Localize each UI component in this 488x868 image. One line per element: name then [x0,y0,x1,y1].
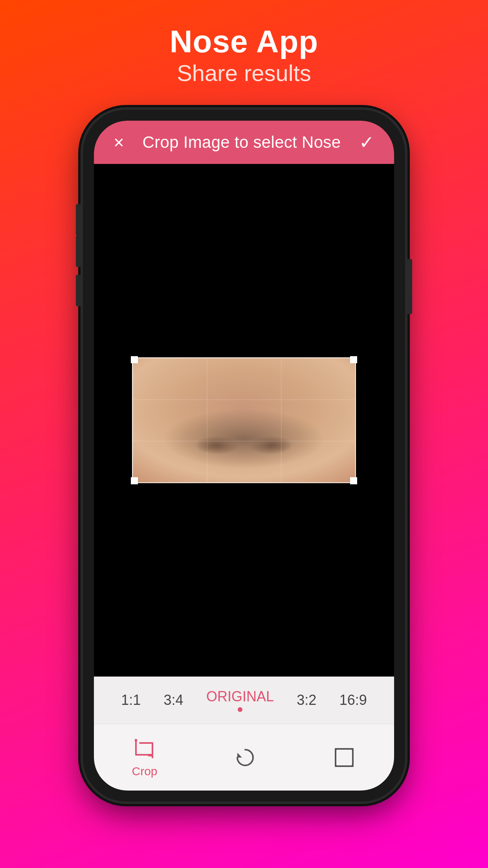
resize-tool-icon [332,746,356,769]
svg-rect-7 [336,749,353,766]
crop-handle-bottom-right[interactable] [350,477,357,484]
crop-handle-top-left[interactable] [131,356,138,363]
bottom-toolbar: Crop [94,724,394,791]
ratio-option-3-2[interactable]: 3:2 [297,692,316,708]
crop-image-container[interactable] [132,357,356,483]
crop-tool-button[interactable]: Crop [132,737,157,778]
crop-handle-bottom-left[interactable] [131,477,138,484]
crop-tool-icon [133,737,156,761]
phone-body: × Crop Image to select Nose ✓ [83,110,405,802]
crop-grid-overlay [133,358,355,482]
crop-handle-top-right[interactable] [350,356,357,363]
app-title: Nose App [170,24,318,60]
rotate-tool-icon [233,746,257,769]
phone-mockup: × Crop Image to select Nose ✓ [83,110,405,802]
ratio-selection-bar: 1:1 3:4 ORIGINAL 3:2 16:9 [94,677,394,724]
resize-tool-button[interactable] [332,746,356,769]
ratio-option-3-4[interactable]: 3:4 [164,692,183,708]
app-subtitle: Share results [177,60,311,86]
ratio-active-indicator [238,707,242,712]
app-header: Nose App Share results [170,0,318,86]
crop-header-title: Crop Image to select Nose [143,133,341,152]
nose-image [132,357,356,483]
phone-screen: × Crop Image to select Nose ✓ [94,121,394,791]
crop-tool-label: Crop [132,765,157,778]
close-icon[interactable]: × [114,132,124,153]
ratio-option-1-1[interactable]: 1:1 [121,692,141,708]
rotate-tool-button[interactable] [233,746,257,769]
ratio-option-16-9[interactable]: 16:9 [339,692,367,708]
crop-header-bar: × Crop Image to select Nose ✓ [94,121,394,164]
svg-rect-4 [135,739,137,741]
image-edit-area [94,164,394,677]
svg-marker-6 [237,753,242,758]
ratio-option-original[interactable]: ORIGINAL [206,688,274,712]
confirm-icon[interactable]: ✓ [359,132,374,153]
